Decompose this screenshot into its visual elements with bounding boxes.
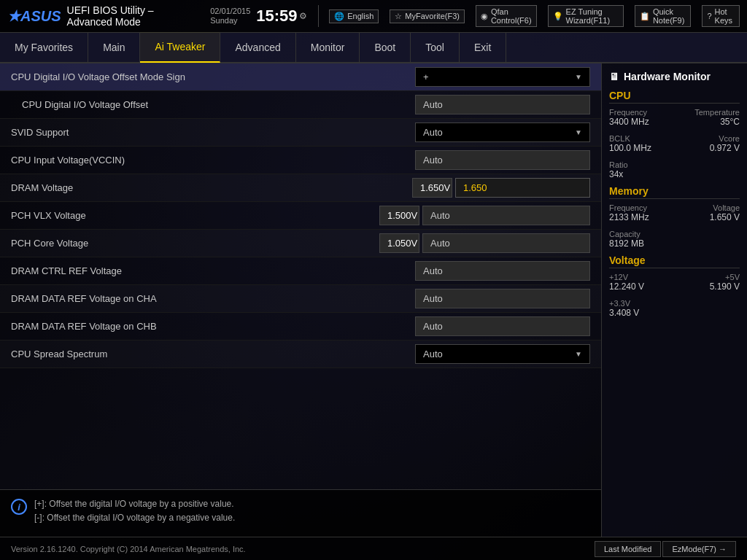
table-row: CPU Input Voltage(VCCIN) Auto [0, 147, 601, 174]
table-row: PCH Core Voltage 1.050V Auto [0, 230, 601, 257]
setting-label-cpu-digital-io-sign: CPU Digital I/O Voltage Offset Mode Sign [11, 71, 415, 82]
setting-label-svid-support: SVID Support [11, 127, 415, 138]
setting-label-dram-data-chb: DRAM DATA REF Voltage on CHB [11, 321, 415, 332]
table-row: CPU Digital I/O Voltage Offset Mode Sign… [0, 63, 601, 91]
monitor-icon: 🖥 [609, 71, 619, 82]
info-icon: i [11, 499, 27, 515]
nav-ai-tweaker[interactable]: Ai Tweaker [140, 32, 220, 63]
ez-mode-button[interactable]: EzMode(F7) → [662, 541, 736, 557]
pch-core-input[interactable]: Auto [422, 233, 590, 253]
cpu-input-voltage-input[interactable]: Auto [415, 150, 590, 170]
nav-my-favorites[interactable]: My Favorites [0, 32, 88, 63]
nav-main[interactable]: Main [88, 32, 140, 63]
pch-vlx-prefix: 1.500V [379, 206, 419, 225]
bios-title: UEFI BIOS Utility – Advanced Mode [67, 4, 200, 28]
bottom-right-buttons: Last Modified EzMode(F7) → [595, 541, 736, 557]
last-modified-button[interactable]: Last Modified [595, 541, 661, 557]
quicknote-button[interactable]: 📋 Quick Note(F9) [635, 5, 692, 27]
setting-value-cpu-digital-io-sign: + ▼ [415, 67, 590, 87]
eztuning-button[interactable]: 💡 EZ Tuning Wizard(F11) [548, 5, 624, 27]
pch-vlx-dual: 1.500V Auto [379, 206, 590, 225]
setting-value-pch-vlx-voltage: 1.500V Auto [379, 206, 590, 225]
setting-value-dram-data-cha: Auto [415, 289, 590, 308]
cpu-bclk-label: BCLK 100.0 MHz [609, 134, 651, 156]
top-bar: ★ASUS UEFI BIOS Utility – Advanced Mode … [0, 0, 747, 33]
hotkeys-icon: ? [707, 12, 711, 20]
language-button[interactable]: 🌐 English [329, 9, 379, 23]
memory-frequency-label: Frequency 2133 MHz [609, 203, 649, 225]
nav-boot[interactable]: Boot [360, 32, 411, 63]
globe-icon: 🌐 [334, 12, 344, 21]
arrow-icon: → [719, 545, 727, 553]
setting-label-dram-data-cha: DRAM DATA REF Voltage on CHA [11, 293, 415, 304]
cpu-temperature-label: Temperature 35°C [694, 108, 740, 130]
cpu-frequency-row: Frequency 3400 MHz Temperature 35°C [609, 108, 740, 130]
dram-voltage-highlight[interactable]: 1.650 [455, 178, 590, 198]
pch-vlx-input[interactable]: Auto [422, 206, 590, 225]
setting-label-pch-vlx-voltage: PCH VLX Voltage [11, 210, 379, 221]
memory-section-title: Memory [609, 185, 740, 199]
dropdown-arrow-icon: ▼ [575, 128, 582, 136]
setting-label-cpu-spread-spectrum: CPU Spread Spectrum [11, 349, 415, 359]
fan-icon: ◉ [481, 12, 488, 21]
cpu-digital-io-sign-dropdown[interactable]: + ▼ [415, 67, 590, 87]
nav-advanced[interactable]: Advanced [220, 32, 295, 63]
voltage-12v-row: +12V 12.240 V +5V 5.190 V [609, 273, 740, 295]
content-area: CPU Digital I/O Voltage Offset Mode Sign… [0, 63, 747, 537]
myfavorite-button[interactable]: ☆ MyFavorite(F3) [390, 9, 465, 23]
nav-monitor[interactable]: Monitor [296, 32, 360, 63]
time-display: 15:59 [256, 7, 297, 26]
memory-capacity-row: Capacity 8192 MB [609, 230, 740, 249]
nav-bar: My Favorites Main Ai Tweaker Advanced Mo… [0, 33, 747, 63]
dram-voltage-dual: 1.650V 1.650 [412, 178, 590, 198]
table-row: CPU Digital I/O Voltage Offset Auto [0, 91, 601, 119]
setting-label-cpu-input-voltage: CPU Input Voltage(VCCIN) [11, 155, 415, 166]
star-icon: ☆ [395, 12, 402, 21]
version-text: Version 2.16.1240. Copyright (C) 2014 Am… [11, 545, 246, 553]
dram-data-chb-input[interactable]: Auto [415, 316, 590, 336]
hotkeys-button[interactable]: ? Hot Keys [702, 5, 740, 27]
settings-list: CPU Digital I/O Voltage Offset Mode Sign… [0, 63, 601, 489]
voltage-5v-label: +5V 5.190 V [710, 273, 740, 295]
table-row: DRAM DATA REF Voltage on CHA Auto [0, 285, 601, 313]
cpu-spread-spectrum-dropdown[interactable]: Auto ▼ [415, 344, 590, 364]
setting-label-pch-core-voltage: PCH Core Voltage [11, 238, 379, 249]
table-row: DRAM Voltage 1.650V 1.650 [0, 174, 601, 202]
dram-ctrl-ref-input[interactable]: Auto [415, 261, 590, 281]
lightbulb-icon: 💡 [553, 12, 563, 21]
setting-value-cpu-spread-spectrum: Auto ▼ [415, 344, 590, 364]
bottom-bar: Version 2.16.1240. Copyright (C) 2014 Am… [0, 537, 747, 560]
main-panel: CPU Digital I/O Voltage Offset Mode Sign… [0, 63, 601, 537]
svid-support-dropdown[interactable]: Auto ▼ [415, 122, 590, 142]
voltage-section-title: Voltage [609, 254, 740, 268]
nav-tool[interactable]: Tool [411, 32, 460, 63]
setting-label-cpu-digital-io-offset: CPU Digital I/O Voltage Offset [11, 99, 415, 110]
setting-value-dram-voltage: 1.650V 1.650 [412, 178, 590, 198]
note-icon: 📋 [640, 12, 650, 21]
cpu-vcore-label: Vcore 0.972 V [710, 134, 740, 156]
hardware-monitor-title: 🖥 Hardware Monitor [609, 71, 740, 82]
table-row: SVID Support Auto ▼ [0, 119, 601, 147]
setting-value-dram-ctrl-ref: Auto [415, 261, 590, 281]
gear-icon[interactable]: ⚙ [299, 11, 307, 21]
cpu-digital-io-offset-input[interactable]: Auto [415, 95, 590, 114]
setting-value-svid-support: Auto ▼ [415, 122, 590, 142]
setting-value-cpu-input-voltage: Auto [415, 150, 590, 170]
asus-brand: ★ASUS [7, 7, 61, 25]
pch-core-prefix: 1.050V [379, 233, 419, 253]
table-row: DRAM DATA REF Voltage on CHB Auto [0, 313, 601, 341]
dram-data-cha-input[interactable]: Auto [415, 289, 590, 308]
setting-value-cpu-digital-io-offset: Auto [415, 95, 590, 114]
cpu-section-title: CPU [609, 90, 740, 104]
top-bar-right: 02/01/2015 Sunday 15:59 ⚙ 🌐 English ☆ My… [210, 5, 740, 27]
info-text: [+]: Offset the digital I/O voltage by a… [34, 497, 235, 525]
cpu-frequency-label: Frequency 3400 MHz [609, 108, 649, 130]
dram-voltage-prefix: 1.650V [412, 178, 452, 198]
datetime: 02/01/2015 Sunday [210, 7, 250, 26]
pch-core-dual: 1.050V Auto [379, 233, 590, 253]
cpu-ratio-row: Ratio 34x [609, 160, 740, 179]
setting-label-dram-ctrl-ref: DRAM CTRL REF Voltage [11, 265, 415, 276]
table-row: DRAM CTRL REF Voltage Auto [0, 257, 601, 285]
qfan-button[interactable]: ◉ Qfan Control(F6) [476, 5, 537, 27]
nav-exit[interactable]: Exit [460, 32, 506, 63]
